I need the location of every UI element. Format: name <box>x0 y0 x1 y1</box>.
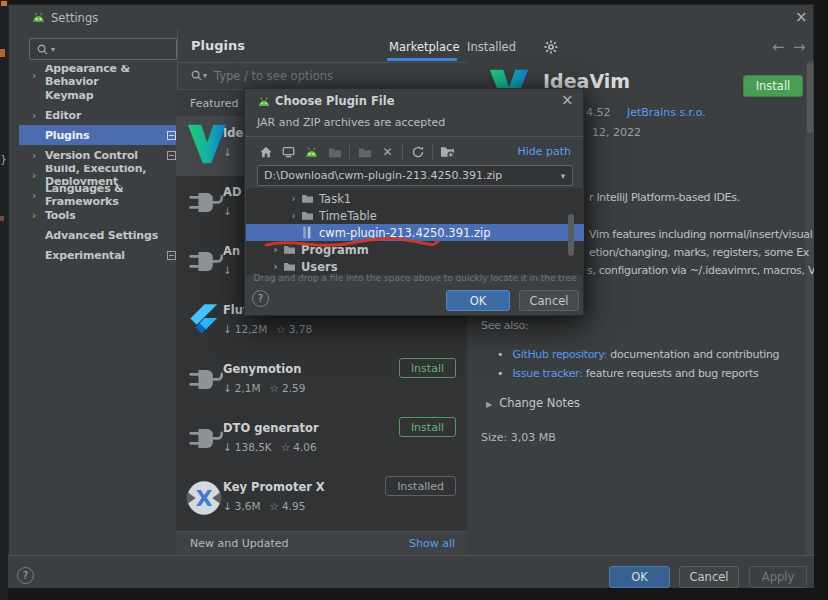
plug-icon <box>184 183 226 225</box>
sidebar-item-version-control[interactable]: › Version Control <box>19 145 185 165</box>
refresh-icon <box>411 145 425 159</box>
ok-button[interactable]: OK <box>609 566 670 588</box>
download-count: 3,6M <box>235 500 261 512</box>
tab-installed[interactable]: Installed <box>467 40 516 54</box>
star-icon: ☆ <box>281 441 290 453</box>
dialog-close-button[interactable]: × <box>561 93 574 107</box>
plugins-gear-button[interactable] <box>544 40 558 54</box>
android-device-button[interactable] <box>303 144 320 161</box>
apply-button[interactable]: Apply <box>749 566 807 588</box>
rating-value: 2.59 <box>282 382 305 394</box>
expand-icon: ▶ <box>486 400 492 409</box>
delete-button[interactable]: ✕ <box>379 144 396 161</box>
new-folder-button[interactable] <box>439 144 456 161</box>
chevron-right-icon: › <box>32 189 45 202</box>
plug-icon <box>184 360 226 402</box>
android-studio-icon <box>257 96 271 107</box>
featured-label: Featured <box>190 97 239 110</box>
help-button[interactable]: ? <box>17 567 34 584</box>
dialog-help-button[interactable]: ? <box>252 290 269 307</box>
refresh-button[interactable] <box>409 144 426 161</box>
plugin-stats: ↓ 3,6M ☆ 4.95 <box>223 500 305 512</box>
dialog-title: Choose Plugin File <box>275 94 395 108</box>
plugin-name: Genymotion <box>223 362 301 376</box>
hide-path-link[interactable]: Hide path <box>517 145 571 158</box>
sidebar-item-tools[interactable]: › Tools <box>19 205 185 225</box>
issue-tracker-link[interactable]: Issue tracker: <box>512 367 582 380</box>
library-source-button[interactable] <box>356 144 373 161</box>
download-count: 12,2M <box>235 323 267 335</box>
plugin-stats: ↓ <box>223 205 232 217</box>
help-icon: ? <box>23 570 28 581</box>
plugin-stats: ↓ 2,1M ☆ 2.59 <box>223 382 305 394</box>
settings-titlebar: Settings × <box>9 5 813 29</box>
show-all-link[interactable]: Show all <box>409 537 455 550</box>
cancel-button[interactable]: Cancel <box>679 566 739 588</box>
plugin-search-input[interactable]: ▾ Type / to see options <box>176 62 467 90</box>
combo-dropdown-button[interactable]: ▾ <box>554 171 572 181</box>
download-icon: ↓ <box>223 500 232 512</box>
path-combobox[interactable]: D:\Download\cwm-plugin-213.4250.391.zip … <box>257 165 573 186</box>
plugin-name: DTO generator <box>223 421 319 435</box>
download-icon: ↓ <box>223 441 232 453</box>
navigate-forward-button[interactable]: → <box>793 38 806 56</box>
chevron-down-icon: ▾ <box>561 171 566 181</box>
search-history-dropdown-icon: ▾ <box>51 45 55 54</box>
detail-date-fragment: 12, 2022 <box>592 126 641 139</box>
tree-item-programm[interactable]: › Programm <box>246 241 584 258</box>
toolbar-separator <box>402 145 403 159</box>
detail-install-button[interactable]: Install <box>743 75 803 97</box>
folder-icon <box>300 209 314 223</box>
background-editor-strip: } <box>0 0 8 600</box>
sidebar-item-label: Experimental <box>45 249 125 262</box>
tree-scrollbar-thumb[interactable] <box>568 214 574 256</box>
change-notes-toggle[interactable]: ▶Change Notes <box>486 396 580 410</box>
detail-scrollbar[interactable] <box>806 61 814 555</box>
delete-icon: ✕ <box>382 145 392 159</box>
module-source-button[interactable] <box>326 144 343 161</box>
plug-icon <box>184 242 226 284</box>
android-studio-icon <box>31 11 46 23</box>
sidebar-item-editor[interactable]: › Editor <box>19 105 185 125</box>
install-button[interactable]: Install <box>399 358 456 378</box>
plug-icon <box>184 419 226 461</box>
toolbar-separator <box>432 145 433 159</box>
dialog-cancel-button[interactable]: Cancel <box>519 290 579 311</box>
install-button[interactable]: Install <box>399 417 456 437</box>
settings-search-input[interactable]: ▾ <box>29 38 177 60</box>
tab-marketplace[interactable]: Marketplace <box>389 40 459 54</box>
navigate-back-button[interactable]: ← <box>772 38 785 56</box>
sidebar-item-appearance-behavior[interactable]: › Appearance & Behavior <box>19 65 185 85</box>
sidebar-item-experimental[interactable]: Experimental <box>19 245 185 265</box>
plugin-list-item-genymotion[interactable]: Genymotion ↓ 2,1M ☆ 2.59 Install <box>176 353 467 412</box>
star-icon: ☆ <box>270 500 279 512</box>
star-icon: ☆ <box>270 382 279 394</box>
plugin-list-item-dto-generator[interactable]: DTO generator ↓ 138,5K ☆ 4.06 Install <box>176 412 467 471</box>
active-tab-underline <box>387 58 457 61</box>
sidebar-item-plugins[interactable]: Plugins <box>19 125 185 145</box>
sidebar-item-languages-frameworks[interactable]: › Languages & Frameworks <box>19 185 185 205</box>
window-close-button[interactable]: × <box>795 10 808 24</box>
desktop-button[interactable] <box>280 144 297 161</box>
close-icon: × <box>795 8 808 26</box>
detail-scrollbar-thumb[interactable] <box>807 63 813 133</box>
dialog-divider <box>245 136 583 137</box>
sidebar-item-label: Languages & Frameworks <box>45 185 185 205</box>
plugin-list-item-key-promoter-x[interactable]: X Key Promoter X ↓ 3,6M ☆ 4.95 Installed <box>176 471 467 530</box>
github-repository-link[interactable]: GitHub repository: <box>512 348 607 361</box>
sidebar-item-advanced-settings[interactable]: Advanced Settings <box>19 225 185 245</box>
tree-item-task1[interactable]: › Task1 <box>246 190 584 207</box>
detail-description-line: etion/changing, marks, registers, some E… <box>589 246 809 259</box>
background-code-mark <box>0 49 5 57</box>
tree-item-cwm-plugin-zip[interactable]: cwm-plugin-213.4250.391.zip <box>246 224 584 241</box>
path-value: D:\Download\cwm-plugin-213.4250.391.zip <box>258 169 554 182</box>
dialog-ok-button[interactable]: OK <box>446 290 510 311</box>
sidebar-item-build-execution-deployment[interactable]: › Build, Execution, Deployment <box>19 165 185 185</box>
detail-vendor-link[interactable]: JetBrains s.r.o. <box>627 106 706 119</box>
home-button[interactable] <box>257 144 274 161</box>
sidebar-item-label: Tools <box>45 209 75 222</box>
sidebar-item-keymap[interactable]: Keymap <box>19 85 185 105</box>
tree-item-timetable[interactable]: › TimeTable <box>246 207 584 224</box>
installed-button[interactable]: Installed <box>385 476 456 496</box>
tree-item-label: cwm-plugin-213.4250.391.zip <box>319 226 490 240</box>
